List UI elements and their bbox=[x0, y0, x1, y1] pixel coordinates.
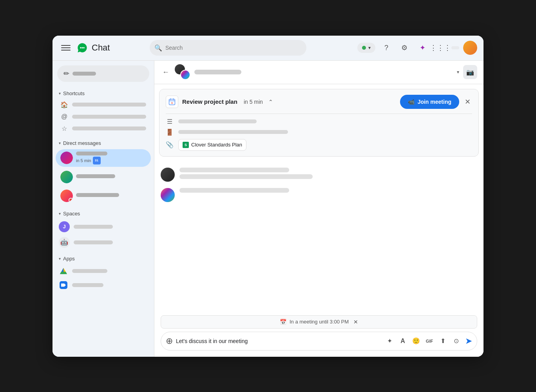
join-meeting-button[interactable]: 📹 Join meeting bbox=[400, 95, 459, 109]
topbar-left: Chat bbox=[59, 41, 145, 55]
more-options-button[interactable]: ⊙ bbox=[450, 335, 462, 347]
attachment-chip[interactable]: S Clover Standards Plan bbox=[178, 139, 246, 151]
settings-button[interactable]: ⚙ bbox=[397, 41, 411, 55]
shortcut-home-label bbox=[72, 103, 146, 107]
shortcuts-section-header[interactable]: ▾ Shortcuts bbox=[53, 88, 154, 99]
search-input[interactable] bbox=[150, 40, 306, 56]
status-button[interactable]: ▾ bbox=[357, 43, 375, 53]
close-indicator-button[interactable]: ✕ bbox=[353, 319, 358, 325]
main-area: ✏ ▾ Shortcuts 🏠 @ ☆ ▾ bbox=[53, 61, 483, 357]
menu-button[interactable] bbox=[59, 41, 73, 55]
dm-info-1: in 5 min 31 bbox=[76, 152, 146, 164]
video-icon: 📷 bbox=[466, 69, 474, 76]
help-button[interactable]: ? bbox=[379, 41, 393, 55]
user-avatar[interactable] bbox=[463, 41, 477, 55]
detail-row-1: ☰ bbox=[166, 118, 472, 125]
spaces-section-header[interactable]: ▾ Spaces bbox=[53, 208, 154, 219]
meeting-details: ☰ 🚪 📎 S Clover Standards Plan bbox=[166, 114, 472, 151]
star-icon: ☆ bbox=[60, 125, 68, 132]
dm-item-1[interactable]: in 5 min 31 bbox=[56, 149, 151, 167]
plus-icon: ⊕ bbox=[166, 336, 173, 346]
chat-avatar-2 bbox=[180, 70, 190, 80]
msg-content-2 bbox=[179, 188, 477, 193]
detail-bar-2 bbox=[178, 130, 288, 134]
input-toolbar: ✦ A 🙂 GIF ⬆ bbox=[384, 335, 462, 347]
emoji-button[interactable]: 🙂 bbox=[410, 335, 422, 347]
video-call-button[interactable]: 📷 bbox=[463, 65, 477, 79]
dm-item-3[interactable] bbox=[56, 187, 151, 204]
space-item-j[interactable]: J bbox=[53, 219, 154, 235]
text-format-icon: A bbox=[400, 338, 405, 345]
calendar-icon: 31 bbox=[166, 96, 178, 108]
chat-header: ← ▾ 📷 bbox=[154, 61, 483, 84]
gemini-button[interactable]: ✦ bbox=[415, 41, 429, 55]
close-indicator-icon: ✕ bbox=[353, 319, 358, 325]
svg-point-2 bbox=[81, 47, 83, 49]
dm-item-2[interactable] bbox=[56, 168, 151, 186]
meeting-banner-header: 31 Review project plan in 5 min ⌃ 📹 Join… bbox=[166, 95, 472, 109]
gemini-icon: ✦ bbox=[420, 43, 426, 52]
dm-avatar-3 bbox=[60, 190, 73, 202]
app-item-drive[interactable] bbox=[53, 264, 154, 278]
dm-name-bar-2 bbox=[76, 174, 115, 178]
app-item-meet[interactable] bbox=[53, 278, 154, 292]
add-button[interactable]: ⊕ bbox=[166, 337, 173, 345]
shortcuts-label: Shortcuts bbox=[63, 90, 85, 96]
chevron-icon-spaces: ▾ bbox=[59, 211, 61, 216]
shortcut-item-home[interactable]: 🏠 bbox=[53, 99, 154, 111]
space-item-robot[interactable]: 🤖 bbox=[53, 235, 154, 250]
meeting-expand-icon[interactable]: ⌃ bbox=[268, 99, 273, 105]
chat-header-name bbox=[194, 70, 453, 74]
svg-text:31: 31 bbox=[171, 102, 173, 104]
msg-content-1 bbox=[179, 168, 477, 179]
send-button[interactable]: ➤ bbox=[465, 336, 472, 346]
spaces-label: Spaces bbox=[63, 211, 80, 217]
cal-badge: 31 bbox=[93, 157, 101, 164]
chat-header-chevron[interactable]: ▾ bbox=[457, 69, 459, 75]
meet-label bbox=[72, 283, 103, 287]
sparkle-button[interactable]: ✦ bbox=[384, 335, 395, 347]
chat-area: ← ▾ 📷 bbox=[154, 61, 483, 357]
dm-section-header[interactable]: ▾ Direct messages bbox=[53, 138, 154, 148]
meeting-indicator: 📅 In a meeting until 3:00 PM ✕ bbox=[161, 315, 477, 329]
list-icon: ☰ bbox=[166, 118, 174, 125]
gear-icon: ⚙ bbox=[401, 43, 407, 52]
send-icon: ➤ bbox=[465, 336, 472, 346]
gif-button[interactable]: GIF bbox=[424, 335, 435, 347]
upload-button[interactable]: ⬆ bbox=[437, 335, 449, 347]
chevron-down-icon: ▾ bbox=[368, 45, 371, 51]
dm-meta-1: in 5 min 31 bbox=[76, 157, 146, 164]
msg-bar-1-2 bbox=[179, 174, 313, 179]
detail-row-2: 🚪 bbox=[166, 128, 472, 136]
dm-avatar-1 bbox=[60, 152, 73, 164]
gif-icon: GIF bbox=[426, 339, 433, 343]
message-row-2 bbox=[161, 188, 477, 202]
chat-input[interactable] bbox=[176, 338, 380, 344]
space-robot-icon: 🤖 bbox=[59, 237, 70, 248]
sidebar: ✏ ▾ Shortcuts 🏠 @ ☆ ▾ bbox=[53, 61, 154, 357]
format-text-button[interactable]: A bbox=[397, 335, 409, 347]
apps-button[interactable]: ⋮⋮⋮ bbox=[433, 41, 447, 55]
new-chat-label bbox=[72, 72, 96, 76]
close-banner-button[interactable]: ✕ bbox=[463, 96, 472, 108]
back-button[interactable]: ← bbox=[161, 67, 171, 78]
dm-info-2 bbox=[76, 174, 146, 179]
space-j-label bbox=[74, 225, 113, 229]
apps-section-header[interactable]: ▾ Apps bbox=[53, 253, 154, 264]
meeting-indicator-text: In a meeting until 3:00 PM bbox=[290, 319, 349, 325]
attachment-row: 📎 S Clover Standards Plan bbox=[166, 139, 472, 151]
dm-name-bar-3 bbox=[76, 193, 119, 197]
join-label: Join meeting bbox=[418, 99, 451, 105]
dm-name-bar-1 bbox=[76, 152, 107, 155]
shortcut-mentions-label bbox=[72, 115, 146, 119]
chat-input-area: ⊕ ✦ A 🙂 GIF bbox=[154, 329, 483, 357]
shortcut-item-mentions[interactable]: @ bbox=[53, 111, 154, 123]
new-chat-button[interactable]: ✏ bbox=[57, 65, 149, 82]
attachment-label: Clover Standards Plan bbox=[191, 142, 242, 148]
meeting-time: in 5 min bbox=[244, 99, 263, 105]
user-name-chip bbox=[451, 46, 459, 49]
video-cam-icon: 📹 bbox=[408, 99, 415, 105]
search-bar: 🔍 bbox=[150, 40, 306, 56]
search-icon: 🔍 bbox=[154, 44, 162, 52]
shortcut-item-starred[interactable]: ☆ bbox=[53, 123, 154, 135]
